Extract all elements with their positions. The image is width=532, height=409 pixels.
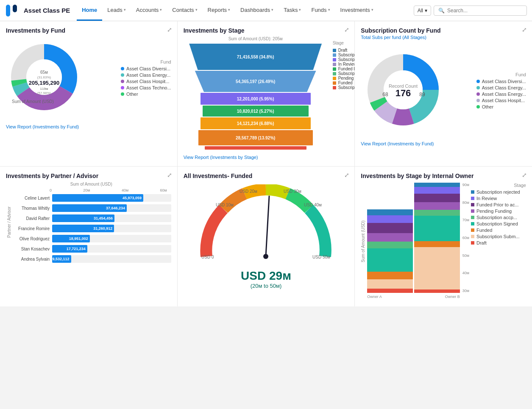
chevron-down-icon: ▾ (195, 8, 198, 12)
legend-item: Asset Class Diversi... (121, 66, 171, 71)
search-filter-dropdown[interactable]: All ▾ (414, 6, 431, 16)
legend-color (471, 197, 474, 200)
chevron-down-icon: ▾ (425, 8, 427, 14)
legend-item: Asset Class Energy... (476, 85, 526, 90)
card-title: Investments by Stage (184, 27, 349, 34)
expand-icon[interactable]: ⤢ (167, 26, 172, 33)
legend-item: Subscription Signed (471, 221, 526, 226)
view-report-link[interactable]: View Report (Investments by Fund) (361, 141, 434, 146)
legend-color (333, 86, 336, 89)
legend-color (476, 99, 480, 102)
svg-text:USD 0: USD 0 (201, 255, 214, 259)
svg-text:(57.98%): (57.98%) (37, 91, 51, 95)
nav-item-tasks[interactable]: Tasks ▾ (279, 0, 306, 21)
bar-label: Olive Rodriguez (11, 236, 50, 241)
card-title: Investments by Stage by Internal Owner (361, 173, 526, 179)
legend-color (333, 77, 336, 80)
card-investments-by-stage: Investments by Stage ⤢ Sum of Amount (US… (178, 21, 355, 166)
legend-item: Other (476, 104, 526, 109)
legend-color (121, 86, 124, 89)
legend-color (471, 241, 474, 245)
header: Asset Class PE Home Leads ▾ Accounts ▾ C… (0, 0, 532, 21)
expand-icon[interactable]: ⤢ (522, 172, 527, 178)
legend-item: Funded Prior to ac... (471, 202, 526, 207)
chevron-down-icon: ▾ (228, 8, 230, 12)
bar-row: Celine Lavert 45,973,059 (11, 194, 171, 202)
bar-fill: 31,454,456 (52, 214, 114, 222)
donut-center-label: Sum of Amount (USD) (12, 99, 54, 104)
bar-fill: 37,646,234 (52, 204, 127, 212)
app-logo (5, 3, 20, 18)
bar-track: 9,532,112 (52, 255, 171, 263)
nav-item-home[interactable]: Home (77, 0, 102, 21)
legend-item: Asset Class Energy... (121, 72, 171, 78)
nav-item-investments[interactable]: Investments ▾ (335, 0, 379, 21)
chevron-down-icon: ▾ (160, 8, 162, 12)
card-subtitle: Total Subs per fund (All Stages) (361, 35, 526, 40)
nav-item-dashboards[interactable]: Dashboards ▾ (235, 0, 279, 21)
stacked-bar-group (414, 183, 460, 293)
expand-icon[interactable]: ⤢ (522, 26, 527, 33)
legend-color (333, 63, 336, 66)
svg-text:205,195,290: 205,195,290 (29, 80, 59, 86)
bar-row: Andrea Sylvain 9,532,112 (11, 255, 171, 263)
stacked-bar-group (367, 183, 413, 293)
legend-item: Draft (471, 240, 526, 245)
legend-item: Subscription Submi... (333, 53, 355, 57)
legend-color (471, 190, 474, 194)
nav-item-contacts[interactable]: Contacts ▾ (167, 0, 202, 21)
search-input[interactable] (447, 8, 522, 14)
svg-text:68: 68 (383, 92, 389, 97)
chevron-down-icon: ▾ (299, 8, 301, 12)
legend-item: Funded (333, 81, 355, 85)
nav-item-reports[interactable]: Reports ▾ (203, 0, 236, 21)
legend-item: Subscription Signed (333, 57, 355, 62)
app-title: Asset Class PE (24, 7, 70, 14)
view-report-link[interactable]: View Report (Investments by Stage) (184, 155, 258, 160)
svg-line-24 (266, 196, 269, 256)
bar-fill: 45,973,059 (52, 194, 143, 202)
legend-item: Asset Class Diversi... (476, 79, 526, 84)
nav-item-funds[interactable]: Funds ▾ (306, 0, 335, 21)
bar-row: Francine Romire 31,260,912 (11, 225, 171, 232)
funnel-total: Sum of Amount (USD): 205м (228, 36, 283, 41)
legend-color (121, 80, 124, 83)
search-icon: 🔍 (438, 8, 445, 14)
bar-track: 31,260,912 (52, 225, 171, 232)
funnel-legend-header: Stage (333, 41, 355, 45)
legend-item: Pending Funding (333, 76, 355, 81)
legend-item: Subscription accp... (471, 215, 526, 220)
bar-fill: 18,951,002 (52, 235, 90, 242)
bar-track: 17,721,234 (52, 245, 171, 253)
legend-item: Asset Class Hospit... (121, 79, 171, 84)
legend-color (471, 235, 474, 238)
bar-label: David Rafter (11, 216, 50, 221)
legend-item: In Review (471, 196, 526, 201)
legend-color (476, 86, 480, 89)
expand-icon[interactable]: ⤢ (167, 172, 172, 178)
donut-chart: 65м (31.63%) 205,195,290 119м (57.98%) S… (6, 39, 82, 117)
card-investments-by-stage-owner: Investments by Stage by Internal Owner ⤢… (355, 167, 532, 306)
nav-item-leads[interactable]: Leads ▾ (102, 0, 131, 21)
view-report-link[interactable]: View Report (Investments by Fund) (6, 124, 79, 129)
search-box[interactable]: 🔍 (434, 6, 527, 16)
card-investments-by-fund: Investments by Fund ⤢ 65м (31.63%) (0, 21, 177, 166)
svg-point-25 (263, 254, 268, 259)
legend-item: Funded (471, 228, 526, 233)
nav-item-accounts[interactable]: Accounts ▾ (131, 0, 167, 21)
legend-item: Subscription rejected (471, 189, 526, 195)
expand-icon[interactable]: ⤢ (344, 172, 349, 178)
card-investments-by-partner: Investments by Partner / Advisor ⤢ Partn… (0, 167, 177, 306)
legend-item: Other (121, 92, 171, 97)
expand-icon[interactable]: ⤢ (344, 26, 349, 33)
dashboard: Investments by Fund ⤢ 65м (31.63%) (0, 21, 532, 306)
y-axis-label: Partner / Advisor (6, 182, 11, 263)
legend-item: Asset Class Hospit... (476, 98, 526, 103)
legend-color (476, 105, 480, 109)
card-title: Subscription Count by Fund (361, 27, 526, 34)
card-title: Investments by Fund (6, 27, 171, 34)
svg-text:65м: 65м (40, 70, 48, 75)
bar-label: Stan Kosachev (11, 247, 50, 251)
bar-fill: 9,532,112 (52, 255, 71, 263)
card-title: Investments by Partner / Advisor (6, 173, 171, 179)
